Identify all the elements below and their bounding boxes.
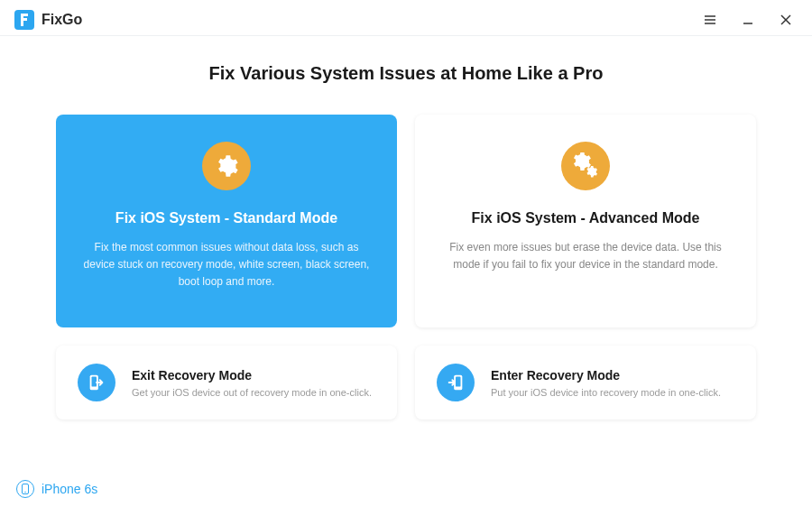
phone-icon — [16, 480, 34, 498]
app-name: FixGo — [42, 12, 82, 28]
mode-cards: Fix iOS System - Standard Mode Fix the m… — [56, 115, 756, 327]
exit-recovery-text: Exit Recovery Mode Get your iOS device o… — [132, 368, 372, 398]
svg-rect-9 — [456, 377, 461, 387]
standard-mode-description: Fix the most common issues without data … — [81, 239, 372, 291]
exit-recovery-card[interactable]: Exit Recovery Mode Get your iOS device o… — [56, 346, 397, 419]
recovery-cards: Exit Recovery Mode Get your iOS device o… — [56, 346, 756, 419]
app-logo-icon — [14, 10, 34, 30]
minimize-button[interactable] — [740, 12, 756, 28]
titlebar: FixGo — [0, 0, 812, 36]
advanced-mode-card[interactable]: Fix iOS System - Advanced Mode Fix even … — [415, 115, 756, 327]
enter-recovery-title: Enter Recovery Mode — [491, 368, 721, 383]
svg-point-11 — [24, 492, 25, 493]
enter-recovery-card[interactable]: Enter Recovery Mode Put your iOS device … — [415, 346, 756, 419]
gears-icon — [561, 142, 610, 190]
advanced-mode-description: Fix even more issues but erase the devic… — [440, 239, 731, 273]
standard-mode-title: Fix iOS System - Standard Mode — [81, 210, 372, 226]
main-content: Fix Various System Issues at Home Like a… — [0, 36, 812, 419]
gear-icon — [202, 142, 251, 190]
brand: FixGo — [14, 10, 82, 30]
window-controls — [702, 12, 794, 28]
enter-recovery-description: Put your iOS device into recovery mode i… — [491, 387, 721, 398]
enter-icon — [437, 364, 475, 401]
svg-rect-7 — [92, 377, 97, 387]
page-title: Fix Various System Issues at Home Like a… — [56, 63, 756, 84]
exit-icon — [78, 364, 115, 401]
device-status: iPhone 6s — [16, 480, 97, 498]
enter-recovery-text: Enter Recovery Mode Put your iOS device … — [491, 368, 721, 398]
exit-recovery-description: Get your iOS device out of recovery mode… — [132, 387, 372, 398]
standard-mode-card[interactable]: Fix iOS System - Standard Mode Fix the m… — [56, 115, 397, 327]
device-name: iPhone 6s — [42, 482, 97, 496]
close-button[interactable] — [778, 12, 794, 28]
exit-recovery-title: Exit Recovery Mode — [132, 368, 372, 383]
advanced-mode-title: Fix iOS System - Advanced Mode — [440, 210, 731, 226]
menu-button[interactable] — [702, 12, 718, 28]
